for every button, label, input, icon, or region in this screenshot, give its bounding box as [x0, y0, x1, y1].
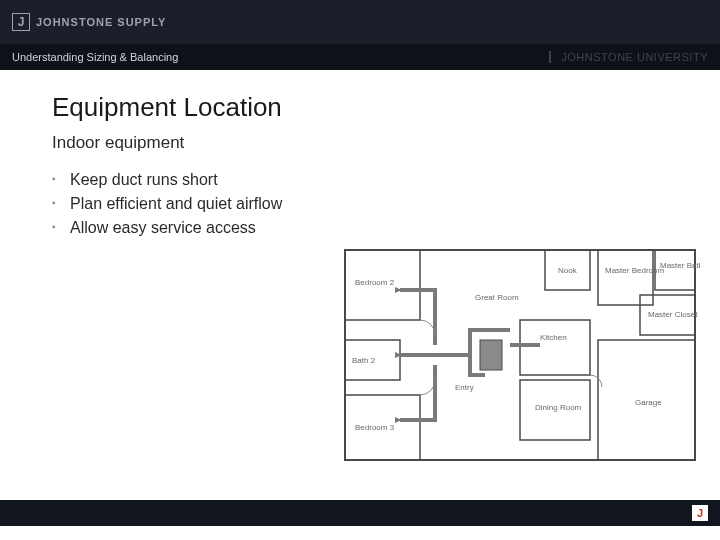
footer-logo-icon: J — [692, 505, 708, 521]
list-item: Allow easy service access — [52, 219, 720, 237]
room-label: Dining Room — [535, 403, 582, 412]
room-label: Entry — [455, 383, 474, 392]
room-label: Bath 2 — [352, 356, 376, 365]
subtitle: Indoor equipment — [52, 133, 720, 153]
breadcrumb: Understanding Sizing & Balancing — [12, 51, 178, 63]
room-label: Bedroom 3 — [355, 423, 395, 432]
svg-marker-12 — [395, 287, 402, 293]
slide-content: Equipment Location Indoor equipment Keep… — [0, 70, 720, 237]
list-item: Plan efficient and quiet airflow — [52, 195, 720, 213]
svg-rect-5 — [598, 250, 653, 305]
room-label: Nook — [558, 266, 578, 275]
header-bar: J JOHNSTONE SUPPLY — [0, 0, 720, 44]
footer-bar: J — [0, 500, 720, 526]
room-label: Master Closet — [648, 310, 698, 319]
page-title: Equipment Location — [52, 92, 720, 123]
logo-icon: J — [12, 13, 30, 31]
bullet-list: Keep duct runs short Plan efficient and … — [52, 171, 720, 237]
subheader-bar: Understanding Sizing & Balancing JOHNSTO… — [0, 44, 720, 70]
subheader-right: JOHNSTONE UNIVERSITY — [549, 51, 708, 63]
list-item: Keep duct runs short — [52, 171, 720, 189]
svg-marker-14 — [395, 352, 402, 358]
svg-marker-13 — [395, 417, 402, 423]
logo-text: JOHNSTONE SUPPLY — [36, 16, 166, 28]
room-label: Great Room — [475, 293, 519, 302]
room-label: Master Bath — [660, 261, 700, 270]
room-label: Garage — [635, 398, 662, 407]
floorplan-diagram: Bedroom 2 Bath 2 Bedroom 3 Great Room No… — [340, 245, 700, 480]
svg-rect-8 — [520, 320, 590, 375]
room-label: Kitchen — [540, 333, 567, 342]
svg-rect-11 — [480, 340, 502, 370]
room-label: Bedroom 2 — [355, 278, 395, 287]
